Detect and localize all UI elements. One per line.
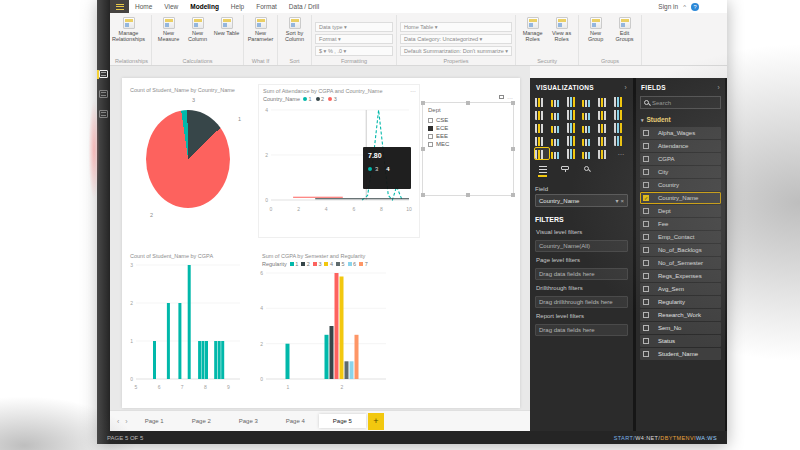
field-checkbox[interactable] bbox=[643, 234, 649, 240]
legend-entry[interactable]: 2 bbox=[301, 261, 310, 267]
line-and-clustered-column-chart-icon[interactable] bbox=[598, 109, 612, 120]
menu-tab[interactable]: Data / Drill bbox=[283, 3, 325, 10]
model-view-icon[interactable] bbox=[99, 110, 108, 118]
legend-entry[interactable]: 6 bbox=[348, 261, 357, 267]
filter-row[interactable]: Report level filters bbox=[535, 310, 628, 322]
ribbon-dropdown[interactable]: Format ▾ bbox=[315, 34, 393, 44]
field-row[interactable]: Attendance bbox=[640, 140, 721, 152]
collapse-panel-icon[interactable]: › bbox=[625, 84, 627, 91]
field-row[interactable]: Student_Name bbox=[640, 348, 721, 360]
ribbon-button[interactable]: New Table bbox=[213, 17, 240, 36]
line-and-stacked-column-chart-icon[interactable] bbox=[582, 109, 596, 120]
menu-tab[interactable]: Home bbox=[129, 3, 158, 10]
stacked-bar-chart-icon[interactable] bbox=[535, 96, 549, 107]
bar-chart-visual[interactable]: Count of Student_Name by CGPA 012356789 bbox=[126, 250, 252, 408]
focus-mode-icon[interactable] bbox=[499, 95, 504, 99]
ribbon-button[interactable]: New Parameter bbox=[247, 17, 274, 43]
ribbon-button[interactable]: New Measure bbox=[155, 17, 182, 43]
data-view-icon[interactable] bbox=[99, 90, 108, 98]
field-row[interactable]: Country bbox=[640, 179, 721, 191]
filter-row[interactable]: Drillthrough filters bbox=[535, 282, 628, 294]
slicer-item[interactable]: EEE bbox=[423, 131, 513, 139]
field-checkbox[interactable] bbox=[643, 286, 649, 292]
field-row[interactable]: Fee bbox=[640, 218, 721, 230]
resize-handle[interactable] bbox=[421, 101, 425, 105]
collapse-panel-icon[interactable]: › bbox=[718, 84, 720, 91]
legend-entry[interactable]: 4 bbox=[324, 261, 333, 267]
slicer-item[interactable]: MEC bbox=[423, 139, 513, 147]
field-checkbox[interactable] bbox=[643, 338, 649, 344]
ribbon-button[interactable]: Sort by Column bbox=[281, 17, 308, 43]
field-row[interactable]: Emp_Contact bbox=[640, 231, 721, 243]
ribbon-button[interactable]: New Column bbox=[184, 17, 211, 43]
file-menu-button[interactable] bbox=[110, 0, 129, 13]
filter-row[interactable]: Drag drillthrough fields here bbox=[535, 296, 628, 308]
page-nav-right-icon[interactable]: › bbox=[122, 418, 130, 425]
map-icon[interactable] bbox=[614, 122, 628, 133]
resize-handle[interactable] bbox=[466, 101, 470, 105]
page-tab[interactable]: Page 5 bbox=[319, 414, 366, 428]
area-chart-icon[interactable] bbox=[551, 109, 565, 120]
field-row[interactable]: Alpha_Wages bbox=[640, 127, 721, 139]
ribbon-button[interactable]: New Group bbox=[582, 17, 609, 43]
page-nav-left-icon[interactable]: ‹ bbox=[114, 418, 122, 425]
waterfall-chart-icon[interactable] bbox=[535, 122, 549, 133]
resize-handle[interactable] bbox=[511, 147, 515, 151]
checkbox[interactable] bbox=[428, 126, 433, 131]
pie-chart-visual[interactable]: Count of Student_Name by Country_Name 3 … bbox=[126, 84, 252, 240]
field-row[interactable]: City bbox=[640, 166, 721, 178]
field-checkbox[interactable] bbox=[643, 182, 649, 188]
funnel-icon[interactable] bbox=[551, 135, 565, 146]
report-view-icon[interactable] bbox=[99, 70, 108, 78]
menu-tab[interactable]: Modeling bbox=[184, 3, 225, 10]
field-checkbox[interactable] bbox=[643, 208, 649, 214]
field-checkbox[interactable] bbox=[643, 260, 649, 266]
field-row[interactable]: Research_Work bbox=[640, 309, 721, 321]
legend-entry[interactable]: 7 bbox=[359, 261, 368, 267]
resize-handle[interactable] bbox=[421, 147, 425, 151]
chevron-down-icon[interactable]: ▾ bbox=[615, 197, 618, 204]
help-icon[interactable]: ? bbox=[691, 3, 699, 11]
field-checkbox[interactable] bbox=[643, 312, 649, 318]
field-row[interactable]: Dept bbox=[640, 205, 721, 217]
filled-map-icon[interactable] bbox=[535, 135, 549, 146]
ribbon-dropdown[interactable]: Default Summarization: Don't summarize ▾ bbox=[400, 46, 512, 56]
format-tab[interactable] bbox=[560, 166, 569, 177]
clustered-column-visual[interactable]: Sum of CGPA by Semester and Regularity R… bbox=[258, 250, 398, 408]
more-options-icon[interactable]: … bbox=[507, 94, 513, 100]
analytics-tab[interactable] bbox=[582, 166, 591, 177]
line-chart-icon[interactable] bbox=[535, 109, 549, 120]
page-tab[interactable]: Page 2 bbox=[178, 414, 225, 428]
ribbon-chart-icon[interactable] bbox=[614, 109, 628, 120]
field-checkbox[interactable] bbox=[643, 351, 649, 357]
100-stacked-bar-chart-icon[interactable] bbox=[598, 96, 612, 107]
field-row[interactable]: Regularity bbox=[640, 296, 721, 308]
remove-field-icon[interactable]: × bbox=[620, 198, 624, 204]
field-row[interactable]: Regs_Expenses bbox=[640, 270, 721, 282]
legend-entry[interactable]: 1 bbox=[290, 261, 299, 267]
field-row[interactable]: No_of_Semester bbox=[640, 257, 721, 269]
field-checkbox[interactable] bbox=[643, 273, 649, 279]
filter-row[interactable]: Drag data fields here bbox=[535, 324, 628, 336]
field-checkbox[interactable] bbox=[643, 299, 649, 305]
donut-chart-icon[interactable] bbox=[582, 122, 596, 133]
field-row[interactable]: Country_Name bbox=[640, 192, 721, 204]
resize-handle[interactable] bbox=[466, 193, 470, 197]
sign-in-link[interactable]: Sign in bbox=[658, 3, 678, 10]
slicer-item[interactable]: ECE bbox=[423, 123, 513, 131]
fields-tab[interactable] bbox=[538, 166, 547, 177]
field-checkbox[interactable] bbox=[643, 221, 649, 227]
field-well-pill[interactable]: Country_Name ▾ × bbox=[535, 194, 628, 207]
clustered-column-chart[interactable]: 024612 bbox=[258, 267, 398, 401]
menu-tab[interactable]: Format bbox=[250, 3, 283, 10]
card-icon[interactable] bbox=[582, 135, 596, 146]
arcgis-map-icon[interactable] bbox=[598, 148, 612, 159]
legend-entry[interactable]: 3 bbox=[328, 96, 337, 102]
collapse-ribbon-icon[interactable]: ^ bbox=[683, 4, 686, 10]
field-checkbox[interactable] bbox=[643, 247, 649, 253]
clustered-bar-chart-icon[interactable] bbox=[567, 96, 581, 107]
expander-icon[interactable]: ▾ bbox=[641, 117, 644, 123]
filter-row[interactable]: Drag data fields here bbox=[535, 268, 628, 280]
report-page[interactable]: Count of Student_Name by Country_Name 3 … bbox=[122, 78, 520, 408]
legend-entry[interactable]: 2 bbox=[316, 96, 325, 102]
